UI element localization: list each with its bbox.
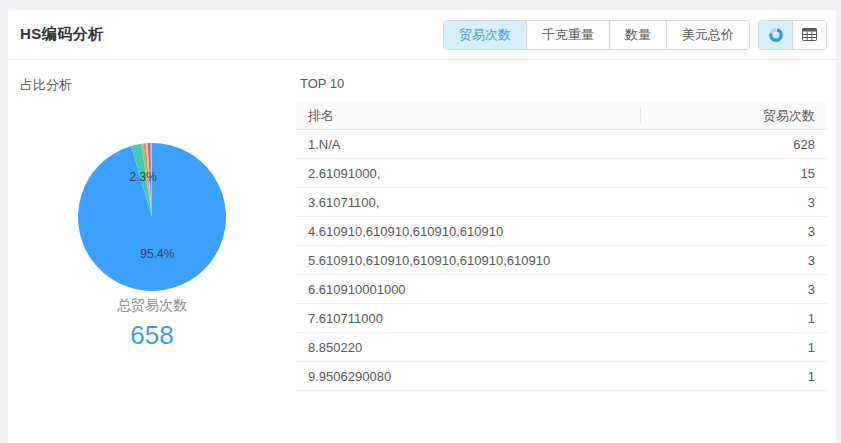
pie-chart-container: 95.4%2.3% xyxy=(77,142,227,292)
trade-count-cell: 628 xyxy=(641,130,827,159)
table-view-button[interactable] xyxy=(792,21,826,49)
table-header-row: 排名 贸易次数 xyxy=(296,102,827,130)
rank-cell: 6.610910001000 xyxy=(296,275,641,304)
totals-block: 总贸易次数 658 xyxy=(8,297,296,351)
table-row: 4.610910,610910,610910,6109103 xyxy=(296,217,827,246)
pie-slice[interactable] xyxy=(78,143,226,291)
table-row: 9.95062900801 xyxy=(296,362,827,391)
total-trades-label: 总贸易次数 xyxy=(8,297,296,315)
table-row: 6.6109100010003 xyxy=(296,275,827,304)
metric-tab-2[interactable]: 数量 xyxy=(609,21,666,49)
rank-cell: 2.61091000, xyxy=(296,159,641,188)
trade-count-cell: 3 xyxy=(641,217,827,246)
table-row: 2.61091000,15 xyxy=(296,159,827,188)
table-row: 1.N/A628 xyxy=(296,130,827,159)
rank-cell: 3.61071100, xyxy=(296,188,641,217)
metric-tab-group: 贸易次数千克重量数量美元总价 xyxy=(443,20,750,50)
header-controls: 贸易次数千克重量数量美元总价 xyxy=(443,20,827,50)
top10-panel: TOP 10 排名 贸易次数 1.N/A6282.61091000,153.61… xyxy=(296,60,836,443)
pie-percent-label: 95.4% xyxy=(140,247,174,261)
trade-count-column-header: 贸易次数 xyxy=(641,102,827,130)
rank-cell: 5.610910,610910,610910,610910,610910 xyxy=(296,246,641,275)
view-toggle-group xyxy=(758,20,827,50)
pie-chart-view-button[interactable] xyxy=(759,21,792,49)
pie-percent-label: 2.3% xyxy=(130,170,158,184)
table-row: 7.6107110001 xyxy=(296,304,827,333)
table-row: 3.61071100,3 xyxy=(296,188,827,217)
rank-cell: 7.610711000 xyxy=(296,304,641,333)
rank-cell: 1.N/A xyxy=(296,130,641,159)
rank-cell: 9.9506290080 xyxy=(296,362,641,391)
table-icon xyxy=(802,28,817,41)
table-row: 8.8502201 xyxy=(296,333,827,362)
proportion-panel: 占比分析 95.4%2.3% 总贸易次数 658 xyxy=(8,60,296,443)
table-row: 5.610910,610910,610910,610910,6109103 xyxy=(296,246,827,275)
pie-chart-icon xyxy=(768,27,784,43)
top10-table: 排名 贸易次数 1.N/A6282.61091000,153.61071100,… xyxy=(296,102,827,391)
pie-chart: 95.4%2.3% xyxy=(77,142,227,292)
trade-count-cell: 1 xyxy=(641,333,827,362)
total-trades-value: 658 xyxy=(8,320,296,351)
metric-tab-1[interactable]: 千克重量 xyxy=(526,21,609,49)
trade-count-cell: 1 xyxy=(641,304,827,333)
rank-cell: 4.610910,610910,610910,610910 xyxy=(296,217,641,246)
page-title: HS编码分析 xyxy=(20,25,104,44)
rank-column-header: 排名 xyxy=(296,102,641,130)
trade-count-cell: 3 xyxy=(641,188,827,217)
rank-cell: 8.850220 xyxy=(296,333,641,362)
hs-code-analysis-card: HS编码分析 贸易次数千克重量数量美元总价 占比分析 95.4%2.3% 总贸易… xyxy=(8,10,836,443)
card-body: 占比分析 95.4%2.3% 总贸易次数 658 TOP 10 排名 贸易次数 … xyxy=(8,60,836,443)
trade-count-cell: 15 xyxy=(641,159,827,188)
trade-count-cell: 3 xyxy=(641,246,827,275)
metric-tab-3[interactable]: 美元总价 xyxy=(666,21,749,49)
metric-tab-0[interactable]: 贸易次数 xyxy=(444,21,526,49)
trade-count-cell: 1 xyxy=(641,362,827,391)
top10-title: TOP 10 xyxy=(300,76,827,91)
card-header: HS编码分析 贸易次数千克重量数量美元总价 xyxy=(8,10,836,60)
proportion-panel-title: 占比分析 xyxy=(20,76,72,94)
trade-count-cell: 3 xyxy=(641,275,827,304)
